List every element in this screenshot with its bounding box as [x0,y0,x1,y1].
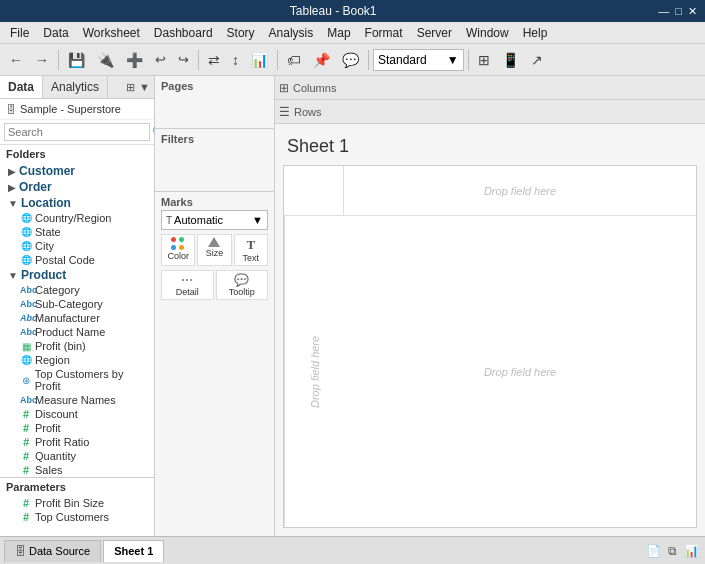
title-bar-title: Tableau - Book1 [8,4,658,18]
duplicate-sheet-button[interactable]: ⧉ [666,542,679,560]
menu-map[interactable]: Map [321,24,356,42]
field-profit-bin-size[interactable]: # Profit Bin Size [0,496,154,510]
undo-button[interactable]: ↩ [150,48,171,72]
menu-analysis[interactable]: Analysis [263,24,320,42]
minimize-button[interactable]: — [658,5,669,18]
filters-label: Filters [161,133,268,145]
detail-button[interactable]: ⋯ Detail [161,270,214,300]
sort-button[interactable]: ↕ [227,48,244,72]
hash-icon-profit-bin-size: # [20,497,32,509]
field-city[interactable]: 🌐 City [0,239,154,253]
field-top-customers[interactable]: ⊛ Top Customers by Profit [0,367,154,393]
field-quantity[interactable]: # Quantity [0,449,154,463]
columns-shelf[interactable]: ⊞ Columns [275,76,705,100]
field-measure-names[interactable]: Abc Measure Names [0,393,154,407]
menu-server[interactable]: Server [411,24,458,42]
add-dashboard-button[interactable]: 📊 [682,542,701,560]
search-bar: 🔍 ⊞ ▼ [0,120,154,145]
menu-data[interactable]: Data [37,24,74,42]
hash-icon-profit: # [20,422,32,434]
canvas-top-right[interactable]: Drop field here [344,166,696,216]
menu-help[interactable]: Help [517,24,554,42]
field-country-region[interactable]: 🌐 Country/Region [0,211,154,225]
tab-analytics[interactable]: Analytics [43,76,108,98]
rows-shelf[interactable]: ☰ Rows [275,100,705,124]
folder-order[interactable]: ▶ Order [0,179,154,195]
maximize-button[interactable]: □ [675,5,682,18]
field-product-name[interactable]: Abc Product Name [0,325,154,339]
folder-customer[interactable]: ▶ Customer [0,163,154,179]
folders-header: Folders [0,145,154,163]
field-sales[interactable]: # Sales [0,463,154,477]
chevron-right-icon-2: ▶ [8,182,16,193]
field-category[interactable]: Abc Category [0,283,154,297]
toolbar-separator-2 [198,50,199,70]
field-top-customers-param[interactable]: # Top Customers [0,510,154,524]
field-discount[interactable]: # Discount [0,407,154,421]
toolbar-separator-5 [468,50,469,70]
text-button[interactable]: T Text [234,234,268,266]
tooltip-button[interactable]: 💬 Tooltip [216,270,269,300]
panel-grid-icon[interactable]: ⊞ [126,81,135,94]
field-sub-category[interactable]: Abc Sub-Category [0,297,154,311]
main-layout: Data Analytics ⊞ ▼ 🗄 Sample - Superstore… [0,76,705,536]
menu-bar: File Data Worksheet Dashboard Story Anal… [0,22,705,44]
standard-dropdown[interactable]: Standard ▼ [373,49,464,71]
marks-type-dropdown[interactable]: T Automatic ▼ [161,210,268,230]
size-button[interactable]: Size [197,234,231,266]
share-button[interactable]: ↗ [526,48,548,72]
tab-sheet1[interactable]: Sheet 1 [103,540,164,562]
back-button[interactable]: ← [4,48,28,72]
tab-data[interactable]: Data [0,76,43,98]
rows-icon: ☰ [279,105,290,119]
field-state[interactable]: 🌐 State [0,225,154,239]
menu-format[interactable]: Format [359,24,409,42]
field-profit-bin[interactable]: ▦ Profit (bin) [0,339,154,353]
canvas-area: Sheet 1 Drop field here Drop field here … [275,124,705,536]
chart-button[interactable]: 📊 [246,48,273,72]
field-profit-ratio[interactable]: # Profit Ratio [0,435,154,449]
tab-data-source[interactable]: 🗄 Data Source [4,540,101,562]
field-postal-code[interactable]: 🌐 Postal Code [0,253,154,267]
tooltip-btn[interactable]: 💬 [337,48,364,72]
title-bar-controls[interactable]: — □ ✕ [658,5,697,18]
menu-window[interactable]: Window [460,24,515,42]
add-button[interactable]: ➕ [121,48,148,72]
close-button[interactable]: ✕ [688,5,697,18]
fix-axis[interactable]: 📌 [308,48,335,72]
panel-more-icon[interactable]: ▼ [139,81,150,93]
canvas-bottom-left[interactable]: Drop field here [284,216,344,527]
field-profit[interactable]: # Profit [0,421,154,435]
pages-section: Pages [155,76,274,129]
new-worksheet-button[interactable]: 📄 [644,542,663,560]
show-marks-labels[interactable]: 🏷 [282,48,306,72]
field-manufacturer[interactable]: Abc Manufacturer [0,311,154,325]
folder-product[interactable]: ▼ Product [0,267,154,283]
menu-story[interactable]: Story [221,24,261,42]
swap-button[interactable]: ⇄ [203,48,225,72]
new-datasource-button[interactable]: 🔌 [92,48,119,72]
detail-icon: ⋯ [181,273,193,287]
save-button[interactable]: 💾 [63,48,90,72]
canvas-top-left [284,166,344,216]
menu-dashboard[interactable]: Dashboard [148,24,219,42]
canvas-bottom-right[interactable]: Drop field here [344,216,696,527]
color-button[interactable]: Color [161,234,195,266]
sheet-title: Sheet 1 [283,132,697,161]
field-region[interactable]: 🌐 Region [0,353,154,367]
device-preview[interactable]: 📱 [497,48,524,72]
redo-button[interactable]: ↪ [173,48,194,72]
funnel-icon-top-customers: ⊛ [20,375,32,386]
chevron-down-icon-2: ▼ [8,270,18,281]
data-source-label: 🗄 Sample - Superstore [0,99,154,120]
pages-label: Pages [161,80,268,92]
show-me-button[interactable]: ⊞ [473,48,495,72]
menu-worksheet[interactable]: Worksheet [77,24,146,42]
filters-content[interactable] [161,147,268,187]
menu-file[interactable]: File [4,24,35,42]
title-bar: Tableau - Book1 — □ ✕ [0,0,705,22]
abc-icon-measure-names: Abc [20,395,32,405]
forward-button[interactable]: → [30,48,54,72]
search-input[interactable] [4,123,150,141]
folder-location[interactable]: ▼ Location [0,195,154,211]
